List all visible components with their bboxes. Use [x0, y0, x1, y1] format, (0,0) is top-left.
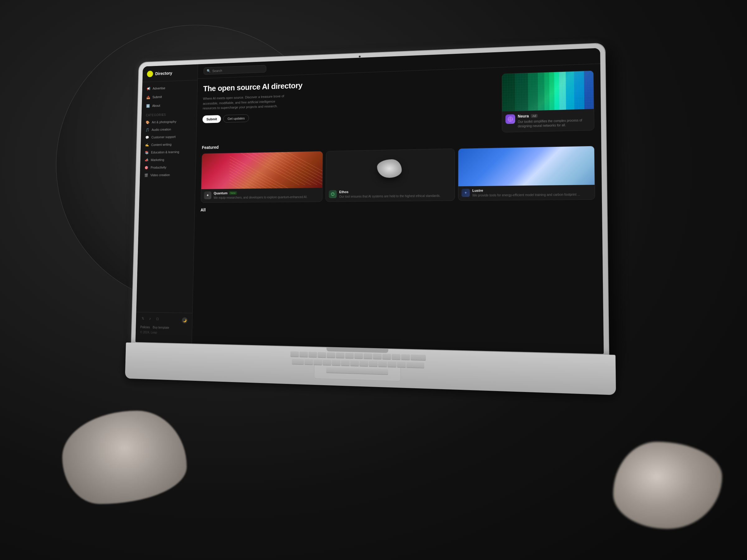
tiktok-icon[interactable]: ♪ — [148, 316, 153, 321]
ad-badge: Ad — [531, 114, 538, 118]
svg-line-29 — [247, 152, 312, 186]
svg-rect-10 — [584, 71, 594, 109]
art-icon: 🎨 — [146, 121, 150, 125]
ad-bars-svg — [502, 71, 594, 111]
ethos-card-footer: Ethos Our tool ensures that AI systems a… — [326, 186, 455, 202]
lustre-card-image — [458, 146, 594, 186]
key — [360, 361, 368, 367]
svg-rect-9 — [574, 71, 584, 109]
advertise-icon: 📢 — [147, 86, 151, 90]
svg-line-23 — [229, 173, 293, 189]
twitter-icon[interactable]: 𝕏 — [140, 316, 145, 321]
svg-line-30 — [252, 152, 318, 186]
svg-point-12 — [509, 118, 511, 120]
lustre-icon: ✦ — [461, 189, 470, 197]
key — [391, 354, 400, 360]
svg-rect-3 — [538, 73, 545, 110]
ethos-blob — [377, 159, 402, 178]
svg-line-19 — [229, 161, 294, 189]
nav-advertise-label: Advertise — [153, 86, 165, 90]
search-bar[interactable]: 🔍 Search — [204, 65, 266, 75]
category-education[interactable]: 📚 Education & learning — [140, 148, 196, 157]
category-content-writing[interactable]: ✍️ Content writing — [141, 140, 196, 149]
key — [290, 351, 299, 357]
svg-rect-2 — [528, 73, 538, 111]
laptop: ⚡ Directory 📢 Advertise 📤 Submit ℹ️ Abou… — [129, 42, 645, 437]
customer-support-icon: 💬 — [145, 135, 149, 139]
submit-icon: 📤 — [146, 95, 150, 99]
ethos-card-image — [326, 149, 455, 188]
key — [313, 359, 322, 365]
svg-rect-8 — [566, 72, 574, 110]
key — [308, 352, 317, 358]
category-video-label: Video creation — [150, 173, 170, 177]
education-icon: 📚 — [145, 150, 149, 154]
about-icon: ℹ️ — [146, 104, 150, 108]
svg-line-31 — [258, 152, 323, 186]
category-video[interactable]: 🎬 Video creation — [140, 170, 196, 179]
key — [323, 359, 332, 366]
featured-card-ethos[interactable]: Ethos Our tool ensures that AI systems a… — [326, 149, 455, 202]
hero-text: The open source AI directory Where AI me… — [202, 74, 495, 139]
camera — [359, 56, 361, 58]
ad-image — [502, 71, 594, 111]
search-placeholder: Search — [212, 69, 222, 73]
hero-subtitle: Where AI meets open source. Discover a t… — [203, 94, 289, 111]
key — [332, 360, 340, 366]
buy-template-link[interactable]: Buy template — [153, 326, 169, 329]
ad-info: Neura Ad Our toolkit simplifies the comp… — [518, 112, 590, 129]
ethos-icon — [329, 190, 337, 198]
category-productivity[interactable]: 🎯 Productivity — [140, 163, 196, 171]
video-icon: 🎬 — [145, 173, 149, 177]
featured-card-lustre[interactable]: ✦ Lustre We provide tools for energy-eff… — [458, 146, 595, 201]
featured-grid: ✦ Quantum New We equip researchers, and … — [195, 145, 602, 203]
quantum-lines-svg — [201, 152, 323, 189]
key — [401, 354, 410, 360]
svg-line-25 — [229, 179, 293, 189]
get-updates-button[interactable]: Get updates — [223, 114, 249, 123]
svg-rect-0 — [502, 74, 515, 111]
category-marketing-label: Marketing — [151, 158, 164, 162]
copyright: © 2024, Leap — [140, 330, 187, 335]
ethos-name: Ethos — [339, 190, 349, 194]
svg-line-27 — [235, 152, 300, 186]
sidebar-footer: 𝕏 ♪ ◻ 🌙 Policies Buy template © 2024, Le… — [136, 312, 192, 339]
key — [341, 360, 350, 366]
ad-body: Neura Ad Our toolkit simplifies the comp… — [502, 109, 594, 132]
key — [317, 352, 326, 358]
key — [336, 352, 344, 358]
instagram-icon[interactable]: ◻ — [155, 316, 160, 321]
quantum-card-footer: ✦ Quantum New We equip researchers, and … — [201, 188, 323, 203]
category-marketing[interactable]: 📣 Marketing — [140, 155, 196, 164]
category-productivity-label: Productivity — [151, 165, 166, 169]
policies-link[interactable]: Policies — [140, 325, 150, 329]
submit-button[interactable]: Submit — [202, 115, 221, 123]
screen-content: ⚡ Directory 📢 Advertise 📤 Submit ℹ️ Abou… — [135, 48, 604, 354]
logo-area: ⚡ Directory — [143, 69, 198, 82]
category-content-label: Content writing — [151, 143, 172, 147]
ad-card: Neura Ad Our toolkit simplifies the comp… — [502, 70, 594, 132]
key — [407, 362, 424, 368]
key — [397, 362, 406, 368]
key — [300, 351, 308, 357]
dark-mode-toggle[interactable]: 🌙 — [182, 317, 188, 324]
ethos-title-row: Ethos — [339, 189, 440, 194]
key — [345, 353, 354, 359]
search-icon: 🔍 — [207, 69, 211, 73]
svg-line-35 — [281, 152, 323, 185]
quantum-title-row: Quantum New — [213, 190, 308, 195]
logo-icon: ⚡ — [147, 71, 153, 77]
spacebar-key — [326, 367, 388, 375]
featured-card-quantum[interactable]: ✦ Quantum New We equip researchers, and … — [201, 151, 323, 203]
ad-description: Our toolkit simplifies the complex proce… — [518, 118, 591, 129]
content-writing-icon: ✍️ — [145, 143, 149, 147]
quantum-icon: ✦ — [204, 191, 211, 199]
nav-about-label: About — [152, 104, 160, 108]
nav-submit-label: Submit — [153, 95, 162, 99]
quantum-card-image — [201, 152, 323, 189]
key — [373, 353, 382, 359]
category-audio-label: Audio creation — [152, 128, 171, 132]
sidebar: ⚡ Directory 📢 Advertise 📤 Submit ℹ️ Abou… — [135, 64, 198, 344]
svg-rect-1 — [515, 73, 528, 111]
svg-rect-7 — [559, 72, 566, 110]
